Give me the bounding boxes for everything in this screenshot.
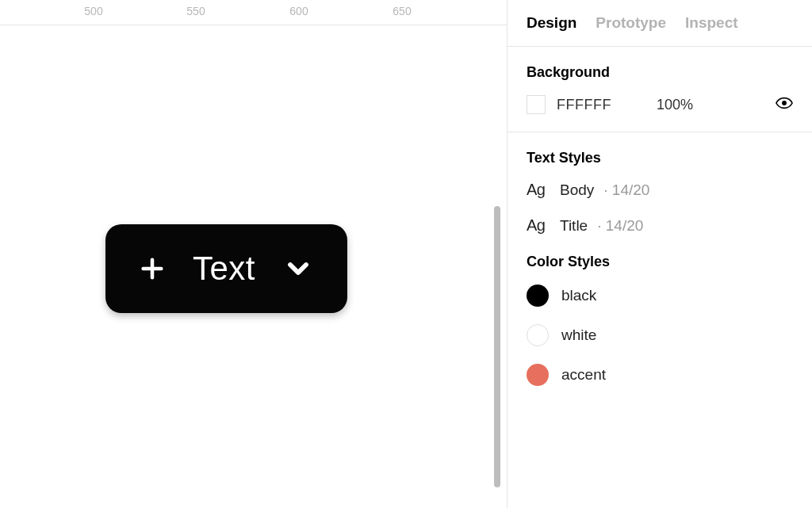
color-style-name: black xyxy=(561,287,596,304)
text-tool-label: Text xyxy=(193,250,255,288)
background-opacity[interactable]: 100% xyxy=(657,97,714,113)
color-style-item[interactable]: accent xyxy=(527,364,793,386)
canvas-area[interactable]: 500 550 600 650 Text xyxy=(0,0,507,508)
background-title: Background xyxy=(527,64,793,81)
text-style-name: Body xyxy=(560,181,594,199)
ruler-tick: 550 xyxy=(186,5,205,17)
color-styles-title: Color Styles xyxy=(527,254,793,270)
color-swatch xyxy=(527,364,549,386)
color-styles-section: Color Styles black white accent xyxy=(508,244,812,403)
ag-icon: Ag xyxy=(527,181,550,199)
text-style-item[interactable]: Ag Body · 14/20 xyxy=(527,181,793,199)
text-style-meta: · 14/20 xyxy=(603,181,649,199)
background-section: Background FFFFFF 100% xyxy=(508,47,812,132)
plus-icon[interactable] xyxy=(139,255,166,282)
text-styles-title: Text Styles xyxy=(527,150,793,166)
panel-tabs: Design Prototype Inspect xyxy=(508,0,812,47)
text-style-name: Title xyxy=(560,217,588,235)
eye-icon xyxy=(776,97,793,109)
scrollbar-vertical[interactable] xyxy=(494,206,500,487)
ruler-tick: 650 xyxy=(393,5,411,17)
ruler: 500 550 600 650 xyxy=(0,0,507,25)
ruler-tick: 600 xyxy=(289,5,308,17)
ruler-tick: 500 xyxy=(84,5,102,17)
chevron-down-icon[interactable] xyxy=(282,253,314,285)
color-style-name: white xyxy=(561,327,596,344)
background-hex[interactable]: FFFFFF xyxy=(557,97,645,113)
tab-inspect[interactable]: Inspect xyxy=(685,14,738,32)
text-styles-section: Text Styles Ag Body · 14/20 Ag Title · 1… xyxy=(508,132,812,244)
ag-icon: Ag xyxy=(527,216,550,235)
color-style-name: accent xyxy=(561,366,606,384)
text-tool-pill[interactable]: Text xyxy=(105,224,347,313)
visibility-toggle[interactable] xyxy=(776,97,793,113)
text-style-meta: · 14/20 xyxy=(597,217,643,235)
color-swatch xyxy=(527,324,549,346)
tab-prototype[interactable]: Prototype xyxy=(596,14,666,32)
text-style-item[interactable]: Ag Title · 14/20 xyxy=(527,216,793,235)
svg-point-2 xyxy=(782,101,787,105)
background-swatch[interactable] xyxy=(527,95,546,114)
tab-design[interactable]: Design xyxy=(527,14,576,32)
color-style-item[interactable]: white xyxy=(527,324,793,346)
properties-panel: Design Prototype Inspect Background FFFF… xyxy=(507,0,812,508)
color-style-item[interactable]: black xyxy=(527,285,793,307)
color-swatch xyxy=(527,285,549,307)
